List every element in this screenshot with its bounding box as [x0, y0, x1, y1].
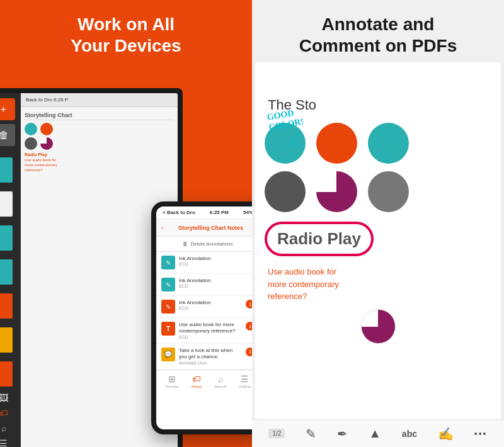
sidebar-bottom-icon-2[interactable]: 🏷: [0, 408, 8, 418]
search-icon: ⌕: [218, 374, 223, 384]
left-title: Work on All Your Devices: [71, 14, 181, 56]
toolbar-pen-icon[interactable]: ✒: [337, 426, 348, 441]
phone-tab-thumbs[interactable]: ⊞ Thumbs: [165, 374, 179, 388]
list-item-2[interactable]: ✎ Ink Annotation ECD: [156, 274, 252, 296]
toolbar-highlight-icon[interactable]: ▲: [369, 426, 381, 441]
phone-nav-title: Storytelling Chart Notes: [167, 225, 252, 231]
list-item-5-content: Take a look at this when you get a chanc…: [179, 348, 242, 365]
right-title-line1: Annotate and: [322, 14, 435, 34]
app-sidebar: + 🗑 The... Do... Ink A...: [0, 93, 21, 447]
phone-tab-search[interactable]: ⌕ Search: [214, 374, 226, 388]
right-title-line2: Comment on PDFs: [299, 36, 457, 55]
phone-back-chevron: ‹: [161, 225, 163, 231]
list-item-3[interactable]: ✎ Ink Annotation ECD 1: [156, 296, 252, 318]
list-item-4-badge: 1: [246, 322, 252, 331]
annotation-icon-1: ✎: [161, 256, 175, 269]
list-item-4-sub: ECD: [179, 335, 242, 339]
sidebar-doc-row-5[interactable]: Use...: [0, 291, 18, 321]
sidebar-doc-row-1[interactable]: The...: [0, 155, 18, 185]
circle-gray-1: [265, 171, 306, 212]
circle-teal-2: [368, 123, 409, 164]
phone-mockup: < Back to Dro 6:25 PM 54% ‹ Storytelling…: [151, 201, 252, 434]
phone-status-left: < Back to Dro: [163, 210, 195, 215]
annotation-icon-5: 💬: [161, 348, 175, 361]
page-indicator: 1/2: [268, 429, 285, 438]
list-item-3-sub: ECD: [179, 306, 242, 310]
desktop-circle-3: [25, 137, 37, 150]
desktop-circles: [25, 123, 174, 150]
desktop-section-label: Storytelling Chart: [25, 111, 174, 120]
list-item-3-title: Ink Annotation: [179, 300, 242, 306]
app-container: Work on All Your Devices + 🗑 The...: [0, 0, 504, 447]
sidebar-thumb-1: [0, 157, 13, 183]
list-item-5-badge: 1: [246, 348, 252, 356]
annos-label: Annos: [191, 385, 202, 388]
sidebar-doc-row-3[interactable]: Ink A...: [0, 223, 18, 253]
sidebar-doc-row-2[interactable]: Do...: [0, 189, 18, 219]
radio-play-row: Radio Play: [265, 222, 491, 256]
sidebar-bottom-icon-4[interactable]: ☰: [0, 438, 8, 447]
toolbar-pencil-icon[interactable]: ✎: [306, 426, 316, 441]
search-label: Search: [214, 385, 226, 388]
list-item-5[interactable]: 💬 Take a look at this when you get a cha…: [156, 344, 252, 370]
sidebar-thumb-3: [0, 225, 13, 251]
phone-time: 6:25 PM: [210, 210, 229, 215]
sidebar-doc-row-6[interactable]: Take...: [0, 325, 18, 355]
sidebar-thumb-7: [0, 361, 13, 387]
desktop-circle-1: [25, 123, 37, 135]
left-title-line1: Work on All: [77, 14, 175, 34]
sidebar-doc-row-7[interactable]: Sour...: [0, 359, 18, 389]
sidebar-thumb-4: [0, 259, 13, 285]
sidebar-thumb-6: [0, 327, 13, 353]
phone-action-label[interactable]: Delete Annotations: [190, 241, 232, 247]
phone-tab-bar: ⊞ Thumbs 🏷 Annos ⌕ Search ☰ Outline: [156, 370, 252, 392]
thumbs-icon: ⊞: [168, 374, 176, 384]
phone-tab-outline[interactable]: ☰ Outline: [239, 374, 251, 388]
outline-label: Outline: [239, 385, 251, 388]
toolbar-text-icon[interactable]: abc: [402, 429, 417, 439]
phone-back-button[interactable]: ‹: [161, 225, 163, 231]
small-pie-chart: [361, 309, 396, 344]
list-item-4-title: Use audio book for more contemporary ref…: [179, 322, 242, 335]
sidebar-add-btn[interactable]: +: [0, 98, 15, 120]
phone-annotation-list: ✎ Ink Annotation ECD ✎ Ink Annotation EC…: [156, 252, 252, 370]
right-panel: Annotate and Comment on PDFs GOODCOLOR! …: [252, 0, 504, 447]
left-panel: Work on All Your Devices + 🗑 The...: [0, 0, 252, 447]
list-item-5-sub: Annotate User: [179, 361, 242, 365]
annotation-icon-2: ✎: [161, 278, 175, 291]
left-title-line2: Your Devices: [71, 36, 181, 55]
list-item-3-content: Ink Annotation ECD: [179, 300, 242, 310]
annotation-icon-3: ✎: [161, 300, 175, 314]
annotation-icon-4: T: [161, 322, 175, 336]
sidebar-thumb-2: [0, 191, 13, 217]
toolbar-sign-icon[interactable]: ✍: [438, 426, 454, 441]
app-header-text: Back to Dro 6:26 P: [26, 97, 68, 103]
desktop-circle-4: [40, 137, 53, 150]
radio-play-label: Radio Play: [265, 222, 374, 256]
phone-status-bar: < Back to Dro 6:25 PM 54%: [156, 207, 252, 219]
phone-action-bar: 🗑 Delete Annotations: [156, 237, 252, 252]
sidebar-doc-row-4[interactable]: Ink A...: [0, 257, 18, 287]
app-header-bar: Back to Dro 6:26 P: [21, 93, 178, 107]
list-item-2-title: Ink Annotation: [179, 278, 252, 284]
right-title: Annotate and Comment on PDFs: [252, 14, 504, 56]
phone-tab-annos[interactable]: 🏷 Annos: [191, 374, 202, 388]
list-item-4[interactable]: T Use audio book for more contemporary r…: [156, 318, 252, 344]
list-item-1[interactable]: ✎ Ink Annotation ECD: [156, 252, 252, 274]
pdf-area: GOODCOLOR! ↓ The Sto Radio Play Use a: [255, 62, 501, 419]
list-item-1-content: Ink Annotation ECD: [179, 256, 252, 266]
sidebar-thumb-5: [0, 293, 13, 319]
list-item-2-content: Ink Annotation ECD: [179, 278, 252, 288]
circle-gray-2: [368, 171, 409, 212]
list-item-1-title: Ink Annotation: [179, 256, 252, 262]
sidebar-bottom-icon-3[interactable]: ⌕: [1, 423, 6, 433]
circle-pie: [316, 171, 357, 212]
desktop-comment-text: Use audio book formore contemporaryrefer…: [25, 158, 174, 173]
list-item-2-sub: ECD: [179, 284, 252, 288]
sidebar-bottom-icon-1[interactable]: 🖼: [0, 393, 8, 403]
outline-icon: ☰: [241, 374, 249, 384]
list-item-1-sub: ECD: [179, 262, 252, 266]
thumbs-label: Thumbs: [165, 385, 179, 388]
sidebar-delete-btn[interactable]: 🗑: [0, 124, 15, 146]
toolbar-more-icon[interactable]: •••: [474, 429, 488, 439]
